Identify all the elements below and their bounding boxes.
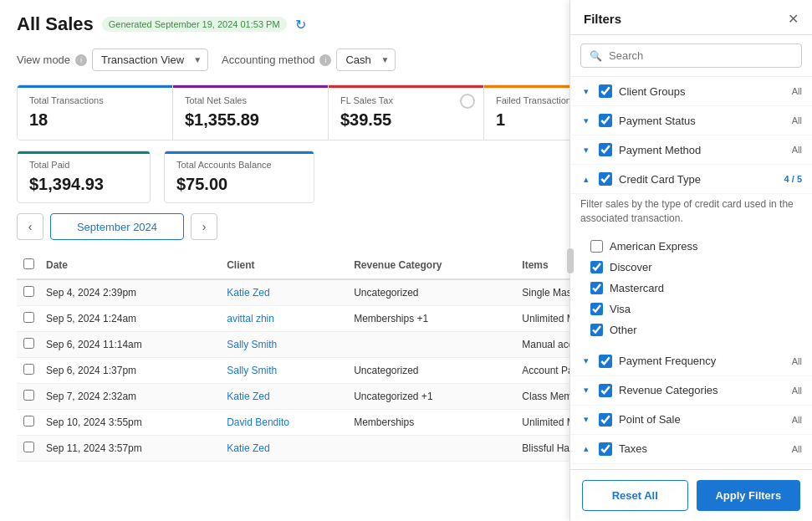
- stat2-bar-blue: [165, 151, 314, 154]
- client-link[interactable]: David Bendito: [227, 416, 289, 428]
- filter-revenue-categories-badge: All: [792, 386, 802, 396]
- row-category: Uncategorized: [345, 358, 513, 384]
- stat-value-0: 18: [29, 110, 161, 130]
- chevron-down-icon-2: ▾: [580, 115, 592, 126]
- row-checkbox[interactable]: [23, 312, 34, 323]
- filters-body: ▾ Client Groups All ▾ Payment Status All…: [570, 77, 812, 469]
- row-category: [345, 332, 513, 358]
- month-display[interactable]: September 2024: [50, 213, 184, 240]
- accounting-method-select[interactable]: Cash: [336, 49, 396, 71]
- stat-total-accounts-balance: Total Accounts Balance $75.00: [164, 151, 314, 203]
- filter-credit-card-type[interactable]: ▴ Credit Card Type 4 / 5: [570, 165, 812, 194]
- row-category: Uncategorized +1: [345, 384, 513, 410]
- stat-value-2: $39.55: [340, 110, 472, 130]
- client-link[interactable]: Sally Smith: [227, 365, 277, 376]
- row-checkbox[interactable]: [23, 442, 34, 452]
- row-date: Sep 10, 2024 3:55pm: [38, 410, 218, 436]
- row-category: Uncategorized: [345, 279, 513, 306]
- view-mode-info-icon[interactable]: i: [75, 54, 87, 66]
- filter-client-groups-checkbox[interactable]: [599, 84, 612, 98]
- row-checkbox[interactable]: [23, 338, 34, 349]
- client-link[interactable]: avittal zhin: [227, 313, 274, 324]
- filter-taxes-badge: All: [792, 444, 802, 454]
- filter-payment-method-checkbox[interactable]: [599, 143, 612, 156]
- cc-amex-label: American Express: [610, 240, 697, 253]
- filters-panel: Filters ✕ 🔍 ▾ Client Groups All ▾ Paymen…: [569, 0, 812, 521]
- filter-point-of-sale-badge: All: [792, 415, 802, 425]
- accounting-method-select-wrapper: Cash ▼: [336, 49, 396, 71]
- apply-filters-button[interactable]: Apply Filters: [697, 480, 801, 511]
- client-link[interactable]: Katie Zed: [227, 442, 269, 454]
- filter-payment-status-checkbox[interactable]: [599, 114, 612, 127]
- cc-amex-checkbox[interactable]: [590, 240, 603, 253]
- cc-discover-checkbox[interactable]: [590, 261, 603, 273]
- row-checkbox-cell: [17, 384, 38, 410]
- filter-point-of-sale[interactable]: ▾ Point of Sale All: [570, 406, 812, 435]
- stat2-value-0: $1,394.93: [29, 175, 138, 194]
- stat-circle-2: [460, 94, 475, 109]
- view-mode-select[interactable]: Transaction View: [92, 49, 208, 71]
- cc-mastercard-checkbox[interactable]: [590, 282, 603, 294]
- row-client: Katie Zed: [218, 384, 345, 410]
- filter-client-groups[interactable]: ▾ Client Groups All: [570, 77, 812, 106]
- row-checkbox[interactable]: [23, 416, 34, 427]
- accounting-method-info-icon[interactable]: i: [319, 54, 331, 66]
- filter-credit-card-type-badge: 4 / 5: [784, 174, 802, 184]
- row-client: avittal zhin: [218, 306, 345, 332]
- filter-payment-status-label: Payment Status: [619, 115, 792, 127]
- filters-search-input[interactable]: [609, 49, 793, 62]
- client-link[interactable]: Katie Zed: [227, 287, 269, 299]
- stat-fl-sales-tax: FL Sales Tax $39.55: [329, 85, 484, 140]
- row-category: Memberships +1: [345, 306, 513, 332]
- filters-search-box: 🔍: [580, 43, 802, 68]
- filter-point-of-sale-checkbox[interactable]: [599, 413, 612, 427]
- stat-total-net-sales: Total Net Sales $1,355.89: [173, 85, 329, 140]
- filter-client-groups-badge: All: [792, 86, 802, 96]
- row-checkbox[interactable]: [23, 286, 34, 297]
- filter-taxes-checkbox[interactable]: [599, 442, 612, 456]
- row-checkbox-cell: [17, 436, 38, 462]
- drag-handle[interactable]: [567, 248, 574, 273]
- chevron-down-icon: ▾: [580, 85, 592, 97]
- cc-option-mastercard: Mastercard: [590, 278, 802, 299]
- row-checkbox[interactable]: [23, 364, 34, 375]
- filter-revenue-categories-label: Revenue Categories: [619, 384, 792, 396]
- next-month-button[interactable]: ›: [191, 213, 217, 240]
- select-all-checkbox[interactable]: [23, 258, 34, 269]
- stat-total-transactions: Total Transactions 18: [18, 85, 173, 140]
- filter-payment-frequency-checkbox[interactable]: [599, 355, 612, 368]
- reset-all-button[interactable]: Reset All: [582, 480, 688, 511]
- view-mode-label: View mode: [17, 54, 70, 66]
- stat-label-2: FL Sales Tax: [340, 95, 472, 105]
- row-checkbox-cell: [17, 358, 38, 384]
- cc-discover-label: Discover: [610, 261, 652, 273]
- filter-payment-status-badge: All: [792, 115, 802, 125]
- row-date: Sep 4, 2024 2:39pm: [38, 279, 218, 306]
- row-checkbox[interactable]: [23, 390, 34, 401]
- client-link[interactable]: Sally Smith: [227, 339, 277, 350]
- stat2-label-0: Total Paid: [29, 160, 138, 170]
- row-checkbox-cell: [17, 279, 38, 306]
- prev-month-button[interactable]: ‹: [17, 213, 43, 240]
- generated-badge: Generated September 19, 2024 01:53 PM: [102, 17, 287, 32]
- filter-payment-status[interactable]: ▾ Payment Status All: [570, 106, 812, 135]
- row-client: Sally Smith: [218, 358, 345, 384]
- filter-payment-frequency[interactable]: ▾ Payment Frequency All: [570, 347, 812, 376]
- filter-payment-method[interactable]: ▾ Payment Method All: [570, 135, 812, 165]
- refresh-icon[interactable]: ↻: [295, 17, 306, 33]
- accounting-method-label: Accounting method: [222, 54, 314, 66]
- filter-revenue-categories[interactable]: ▾ Revenue Categories All: [570, 376, 812, 406]
- filter-taxes[interactable]: ▴ Taxes All: [570, 435, 812, 464]
- client-link[interactable]: Katie Zed: [227, 391, 269, 402]
- filter-revenue-categories-checkbox[interactable]: [599, 384, 612, 397]
- col-client: Client: [218, 252, 345, 279]
- row-checkbox-cell: [17, 410, 38, 436]
- cc-visa-checkbox[interactable]: [590, 303, 603, 315]
- filter-payment-method-badge: All: [792, 145, 802, 155]
- chevron-down-icon-4: ▾: [580, 355, 592, 367]
- filter-credit-card-type-checkbox[interactable]: [599, 172, 612, 186]
- cc-other-checkbox[interactable]: [590, 324, 603, 336]
- close-filters-button[interactable]: ✕: [788, 13, 799, 26]
- cc-other-label: Other: [610, 324, 637, 336]
- filter-payment-frequency-label: Payment Frequency: [619, 355, 792, 367]
